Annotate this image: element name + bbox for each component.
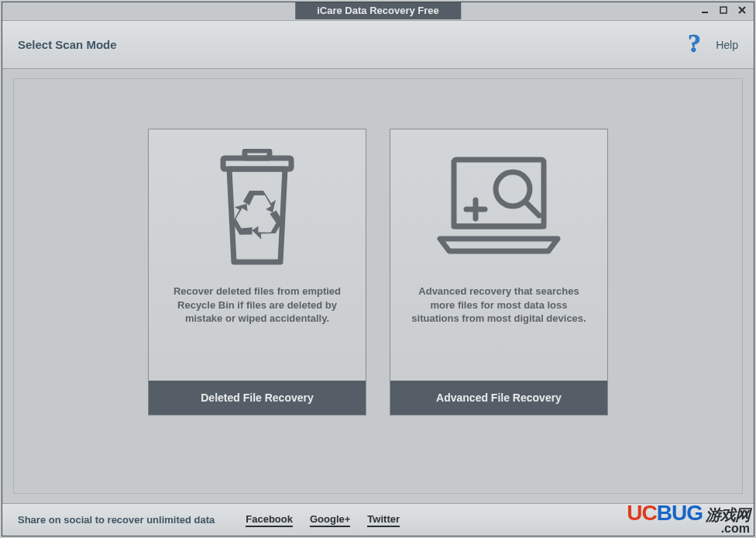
card-button[interactable]: Advanced File Recovery [390,381,607,415]
card-button[interactable]: Deleted File Recovery [149,381,366,415]
svg-line-10 [525,202,539,216]
titlebar: iCare Data Recovery Free [2,2,754,21]
main-area: Recover deleted files from emptied Recyc… [2,69,754,503]
help-icon: ? [683,30,706,60]
social-link-twitter[interactable]: Twitter [367,513,400,527]
close-button[interactable] [737,5,747,16]
window-title: iCare Data Recovery Free [295,2,461,19]
laptop-search-icon [390,129,607,285]
social-links: Facebook Google+ Twitter [246,513,400,527]
card-description: Advanced recovery that searches more fil… [390,285,607,381]
svg-text:?: ? [688,30,701,57]
help-button[interactable]: ? Help [683,30,738,60]
minimize-button[interactable] [699,5,710,16]
inner-panel: Recover deleted files from emptied Recyc… [13,78,743,494]
cards-row: Recover deleted files from emptied Recyc… [14,129,742,416]
help-label: Help [716,39,738,51]
card-deleted-recovery[interactable]: Recover deleted files from emptied Recyc… [148,129,366,416]
social-link-facebook[interactable]: Facebook [246,513,293,527]
svg-rect-1 [720,7,727,13]
page-title: Select Scan Mode [18,38,683,51]
card-advanced-recovery[interactable]: Advanced recovery that searches more fil… [390,129,608,416]
recycle-bin-icon [149,129,366,285]
header-bar: Select Scan Mode ? Help [2,21,754,69]
app-window: iCare Data Recovery Free Select Scan Mod… [2,2,754,536]
bottom-bar: Share on social to recover unlimited dat… [2,503,754,536]
social-link-googleplus[interactable]: Google+ [310,513,350,527]
window-controls [699,5,747,16]
card-description: Recover deleted files from emptied Recyc… [149,285,366,381]
share-text: Share on social to recover unlimited dat… [18,514,215,526]
maximize-button[interactable] [718,5,729,16]
